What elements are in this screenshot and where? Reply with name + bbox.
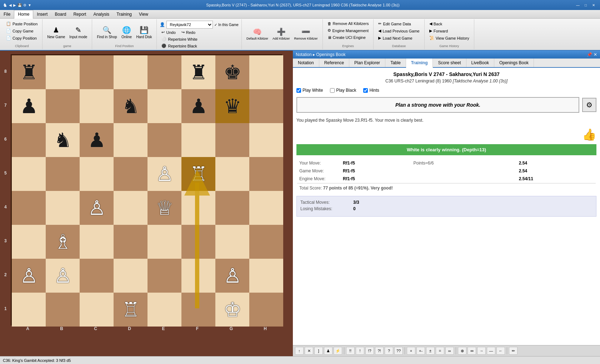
view-game-history-btn[interactable]: 📜 View Game History	[428, 35, 471, 41]
square-h5[interactable]	[249, 157, 283, 191]
square-g1[interactable]: ♔	[215, 293, 249, 327]
load-prev-game-btn[interactable]: ◀ Load Previous Game	[376, 28, 421, 34]
square-g3[interactable]	[215, 225, 249, 259]
toolbar-btn-up[interactable]: ↑	[295, 347, 304, 355]
square-f3[interactable]	[181, 225, 215, 259]
toolbar-btn-inf[interactable]: ∞	[445, 347, 454, 355]
square-a6[interactable]	[12, 123, 46, 157]
toolbar-btn-q-exclaim[interactable]: ?!	[375, 347, 384, 355]
square-f8[interactable]: ♜	[181, 55, 215, 89]
square-g4[interactable]	[215, 191, 249, 225]
menu-item-home[interactable]: Home	[14, 10, 33, 19]
kibitzer-select[interactable]: Reykjavik72	[166, 21, 213, 29]
square-a5[interactable]	[12, 157, 46, 191]
online-btn[interactable]: 🌐 Online	[120, 25, 134, 40]
square-g8[interactable]: ♚	[215, 55, 249, 89]
play-white-checkbox[interactable]	[296, 88, 301, 93]
square-a7[interactable]: ♟	[12, 89, 46, 123]
menu-item-report[interactable]: Report	[70, 10, 90, 19]
square-d5[interactable]	[114, 157, 148, 191]
square-g6[interactable]	[215, 123, 249, 157]
toolbar-btn-equal[interactable]: =	[436, 347, 444, 355]
toolbar-btn-arrow-l[interactable]: ←	[496, 347, 505, 355]
square-e5[interactable]: ♙	[148, 157, 181, 191]
square-f6[interactable]	[181, 123, 215, 157]
input-mode-btn[interactable]: ✎ Input mode	[68, 25, 89, 40]
square-c4[interactable]: ♙	[80, 191, 114, 225]
square-g7[interactable]: ♛	[215, 89, 249, 123]
square-c7[interactable]	[80, 89, 114, 123]
tab-score-sheet[interactable]: Score sheet	[433, 59, 466, 67]
repertoire-white-btn[interactable]: ⚪ Repertoire White	[160, 36, 199, 42]
square-e4[interactable]: ♕	[148, 191, 181, 225]
hint-help-icon[interactable]: ⚙	[582, 98, 596, 112]
find-in-shop-btn[interactable]: 🔍 Find in Shop	[95, 25, 119, 40]
square-g2[interactable]: ♙	[215, 259, 249, 293]
square-c3[interactable]	[80, 225, 114, 259]
redo-btn[interactable]: ↪ Redo	[180, 29, 197, 35]
square-b5[interactable]	[46, 157, 80, 191]
square-f2[interactable]	[181, 259, 215, 293]
square-a2[interactable]: ♙	[12, 259, 46, 293]
toolbar-btn-bracket[interactable]: ]	[314, 347, 323, 355]
square-f7[interactable]: ♟	[181, 89, 215, 123]
toolbar-btn-pm[interactable]: ±	[426, 347, 435, 355]
toolbar-btn-plus[interactable]: +	[407, 347, 415, 355]
play-black-option[interactable]: Play Black	[330, 88, 356, 93]
square-c1[interactable]	[80, 293, 114, 327]
hard-disk-btn[interactable]: 💾 Hard Disk	[135, 25, 154, 40]
repertoire-black-btn[interactable]: ⚫ Repertoire Black	[160, 43, 199, 49]
close-btn[interactable]: ✕	[590, 2, 597, 8]
toolbar-btn-double-exclaim[interactable]: !!	[346, 347, 355, 355]
toolbar-btn-plus-minus[interactable]: +-	[416, 347, 425, 355]
toolbar-btn-exclaim[interactable]: !	[356, 347, 364, 355]
square-d8[interactable]	[114, 55, 148, 89]
toolbar-btn-dash[interactable]: —	[487, 347, 495, 355]
square-e1[interactable]	[148, 293, 181, 327]
square-b3[interactable]: ♗	[46, 225, 80, 259]
panel-pin-icon[interactable]: 📌	[587, 52, 592, 57]
square-e7[interactable]	[148, 89, 181, 123]
square-c8[interactable]	[80, 55, 114, 89]
toolbar-btn-pencil[interactable]: ✏	[509, 347, 518, 355]
square-c5[interactable]	[80, 157, 114, 191]
tab-openings-book[interactable]: Openings Book	[494, 59, 534, 67]
paste-position-btn[interactable]: 📋 Paste Position	[4, 21, 39, 27]
hints-checkbox[interactable]	[363, 88, 368, 93]
square-e6[interactable]	[148, 123, 181, 157]
chessboard[interactable]: ♜ ♜ ♚ ♟ ♞ ♟ ♛ ♞ ♟	[11, 54, 282, 325]
edit-game-data-btn[interactable]: ✏ Edit Game Data	[376, 21, 412, 27]
toolbar-btn-lightning[interactable]: ⚡	[334, 347, 342, 355]
square-h7[interactable]	[249, 89, 283, 123]
square-b7[interactable]	[46, 89, 80, 123]
toolbar-btn-q[interactable]: ?	[385, 347, 393, 355]
square-c6[interactable]: ♟	[80, 123, 114, 157]
square-h8[interactable]	[249, 55, 283, 89]
tab-notation[interactable]: Notation	[293, 59, 319, 67]
square-h3[interactable]	[249, 225, 283, 259]
tab-table[interactable]: Table	[385, 59, 406, 67]
square-h2[interactable]	[249, 259, 283, 293]
square-h1[interactable]	[249, 293, 283, 327]
add-kibitzer-btn[interactable]: ➕ Add Kibitzer	[271, 26, 292, 41]
toolbar-btn-oplus[interactable]: ⊕	[458, 347, 466, 355]
copy-position-btn[interactable]: 📄 Copy Position	[4, 35, 39, 41]
default-kibitzer-btn[interactable]: 🧠 Default Kibitzer	[245, 26, 270, 41]
square-d7[interactable]: ♞	[114, 89, 148, 123]
square-b1[interactable]	[46, 293, 80, 327]
tab-livebook[interactable]: LiveBook	[466, 59, 494, 67]
play-black-checkbox[interactable]	[330, 88, 335, 93]
square-b6[interactable]: ♞	[46, 123, 80, 157]
square-d3[interactable]	[114, 225, 148, 259]
toolbar-btn-exclaim-q[interactable]: !?	[365, 347, 374, 355]
toolbar-btn-arrows[interactable]: ⇔	[468, 347, 476, 355]
remove-kibitzer-btn[interactable]: ➖ Remove Kibitzer	[292, 26, 319, 41]
square-h6[interactable]	[249, 123, 283, 157]
toolbar-btn-x[interactable]: ✕	[305, 347, 313, 355]
new-game-btn[interactable]: ♟ New Game	[45, 25, 67, 40]
menu-item-training[interactable]: Training	[113, 10, 135, 19]
toolbar-btn-pawn[interactable]: ♟	[324, 347, 332, 355]
square-b2[interactable]: ♙	[46, 259, 80, 293]
square-h4[interactable]	[249, 191, 283, 225]
square-e3[interactable]	[148, 225, 181, 259]
